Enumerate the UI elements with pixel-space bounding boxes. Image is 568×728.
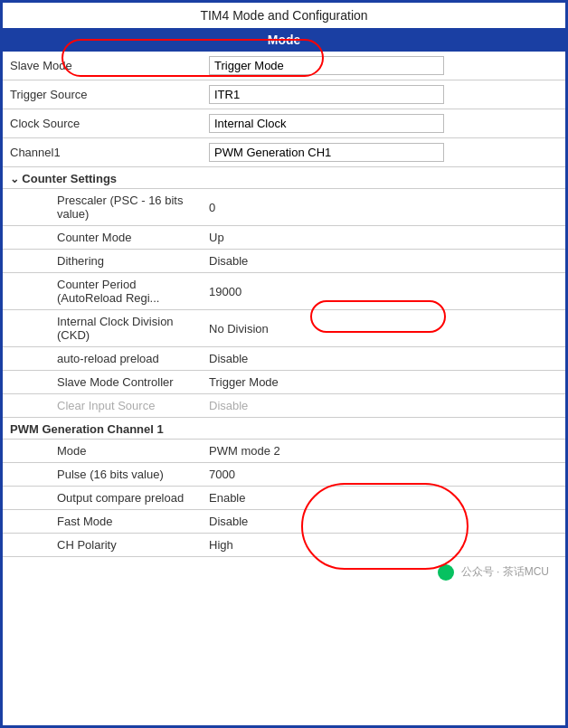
slave-mode-controller-label: Slave Mode Controller [3, 371, 202, 394]
trigger-source-label: Trigger Source [3, 80, 202, 109]
ch-polarity-value: High [202, 534, 565, 557]
prescaler-label: Prescaler (PSC - 16 bits value) [3, 189, 202, 226]
slave-mode-controller-value: Trigger Mode [202, 371, 565, 394]
table-row: Mode PWM mode 2 [3, 440, 565, 463]
clock-source-label: Clock Source [3, 109, 202, 138]
autoreload-preload-value: Disable [202, 347, 565, 371]
clock-source-row: Clock Source [3, 109, 565, 138]
output-compare-preload-value: Enable [202, 487, 565, 510]
autoreload-preload-label: auto-reload preload [3, 347, 202, 371]
trigger-source-value [202, 80, 565, 109]
table-row: Prescaler (PSC - 16 bits value) 0 [3, 189, 565, 226]
table-row: CH Polarity High [3, 534, 565, 557]
trigger-source-input[interactable] [209, 85, 444, 104]
counter-mode-value: Up [202, 226, 565, 250]
mode-section-header: Mode [3, 28, 565, 52]
dithering-value: Disable [202, 250, 565, 273]
pwm-mode-label: Mode [3, 440, 202, 463]
slave-mode-input[interactable] [209, 56, 444, 75]
counter-settings-label: Counter Settings [3, 167, 565, 189]
ch-polarity-label: CH Polarity [3, 534, 202, 557]
channel1-row: Channel1 [3, 138, 565, 167]
watermark: 公众号 · 茶话MCU [3, 557, 565, 586]
slave-mode-value [202, 52, 565, 80]
pwm-section-label: PWM Generation Channel 1 [3, 418, 565, 440]
channel1-input[interactable] [209, 143, 444, 162]
pulse-label: Pulse (16 bits value) [3, 463, 202, 487]
main-wrapper: TIM4 Mode and Configuration Mode Slave M… [3, 3, 565, 586]
table-row: auto-reload preload Disable [3, 347, 565, 371]
clock-source-input[interactable] [209, 114, 444, 133]
fast-mode-label: Fast Mode [3, 510, 202, 534]
top-config-table: Slave Mode Trigger Source Clock Source C… [3, 52, 565, 557]
ckd-value: No Division [202, 310, 565, 347]
channel1-value [202, 138, 565, 167]
wechat-icon [438, 564, 454, 581]
trigger-source-row: Trigger Source [3, 80, 565, 109]
table-row: Fast Mode Disable [3, 510, 565, 534]
fast-mode-value: Disable [202, 510, 565, 534]
counter-mode-label: Counter Mode [3, 226, 202, 250]
dithering-label: Dithering [3, 250, 202, 273]
table-row: Dithering Disable [3, 250, 565, 273]
table-row: Output compare preload Enable [3, 487, 565, 510]
pwm-mode-value: PWM mode 2 [202, 440, 565, 463]
slave-mode-row: Slave Mode [3, 52, 565, 80]
ckd-label: Internal Clock Division (CKD) [3, 310, 202, 347]
table-row: Internal Clock Division (CKD) No Divisio… [3, 310, 565, 347]
table-row: Pulse (16 bits value) 7000 [3, 463, 565, 487]
table-row: Clear Input Source Disable [3, 394, 565, 418]
counter-period-label: Counter Period (AutoReload Regi... [3, 273, 202, 310]
clock-source-value [202, 109, 565, 138]
slave-mode-label: Slave Mode [3, 52, 202, 80]
pulse-value: 7000 [202, 463, 565, 487]
table-row: Slave Mode Controller Trigger Mode [3, 371, 565, 394]
window-title: TIM4 Mode and Configuration [3, 3, 565, 28]
clear-input-source-value: Disable [202, 394, 565, 418]
counter-period-value: 19000 [202, 273, 565, 310]
watermark-text: 公众号 · 茶话MCU [461, 565, 549, 578]
counter-settings-header-row: Counter Settings [3, 167, 565, 189]
clear-input-source-label: Clear Input Source [3, 394, 202, 418]
output-compare-preload-label: Output compare preload [3, 487, 202, 510]
table-row: Counter Mode Up [3, 226, 565, 250]
prescaler-value: 0 [202, 189, 565, 226]
channel1-label: Channel1 [3, 138, 202, 167]
pwm-section-header-row: PWM Generation Channel 1 [3, 418, 565, 440]
table-row: Counter Period (AutoReload Regi... 19000 [3, 273, 565, 310]
